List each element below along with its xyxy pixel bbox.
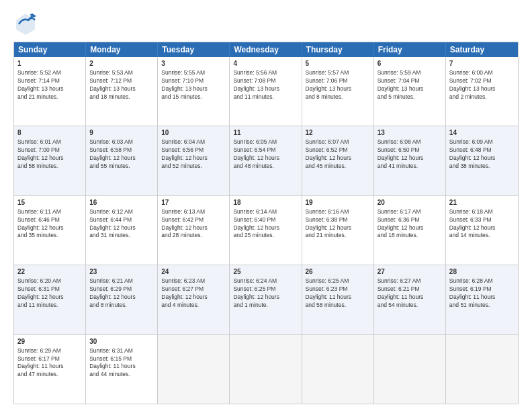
day-number: 18 <box>233 198 298 208</box>
cal-cell-15: 15Sunrise: 6:11 AMSunset: 6:46 PMDayligh… <box>14 196 86 265</box>
cal-cell-16: 16Sunrise: 6:12 AMSunset: 6:44 PMDayligh… <box>86 196 158 265</box>
day-info-line: and 11 minutes. <box>233 93 298 101</box>
header-cell-wednesday: Wednesday <box>230 42 302 57</box>
cal-row-1: 8Sunrise: 6:01 AMSunset: 7:00 PMDaylight… <box>14 126 518 195</box>
day-number: 19 <box>306 198 370 208</box>
day-info-line: Sunrise: 6:14 AM <box>233 208 298 216</box>
day-info-line: Sunset: 6:52 PM <box>306 146 370 154</box>
day-info-line: Sunset: 7:14 PM <box>17 77 82 85</box>
page: SundayMondayTuesdayWednesdayThursdayFrid… <box>0 0 532 411</box>
logo <box>13 11 40 35</box>
day-info-line: Sunrise: 6:04 AM <box>161 138 226 146</box>
header-cell-tuesday: Tuesday <box>158 42 230 57</box>
day-info-line: Sunset: 7:06 PM <box>306 77 370 85</box>
day-info-line: and 58 minutes. <box>17 163 82 171</box>
day-info-line: Sunrise: 5:55 AM <box>161 69 226 77</box>
day-info-line: Sunrise: 6:01 AM <box>17 138 82 146</box>
cal-cell-25: 25Sunrise: 6:24 AMSunset: 6:25 PMDayligh… <box>230 265 302 334</box>
day-info-line: Sunset: 6:56 PM <box>161 146 226 154</box>
cal-cell-22: 22Sunrise: 6:20 AMSunset: 6:31 PMDayligh… <box>14 265 86 334</box>
header-cell-thursday: Thursday <box>302 42 374 57</box>
day-info-line: Sunset: 7:00 PM <box>17 146 82 154</box>
day-info-line: Sunset: 7:08 PM <box>233 77 298 85</box>
day-info-line: Sunset: 7:12 PM <box>89 77 154 85</box>
cal-cell-4: 4Sunrise: 5:56 AMSunset: 7:08 PMDaylight… <box>230 57 302 126</box>
day-info-line: Sunset: 6:38 PM <box>306 216 370 224</box>
cal-cell-11: 11Sunrise: 6:05 AMSunset: 6:54 PMDayligh… <box>230 126 302 195</box>
cal-row-4: 29Sunrise: 6:29 AMSunset: 6:17 PMDayligh… <box>14 334 518 404</box>
day-info-line: Sunset: 6:48 PM <box>449 146 515 154</box>
day-info-line: and 45 minutes. <box>306 163 370 171</box>
cal-cell-24: 24Sunrise: 6:23 AMSunset: 6:27 PMDayligh… <box>158 265 230 334</box>
cal-cell-14: 14Sunrise: 6:09 AMSunset: 6:48 PMDayligh… <box>446 126 518 195</box>
day-info-line: Sunset: 6:19 PM <box>449 285 515 293</box>
day-info-line: Daylight: 12 hours <box>306 224 370 232</box>
header <box>13 11 519 35</box>
day-number: 20 <box>378 198 442 208</box>
cal-cell-30: 30Sunrise: 6:31 AMSunset: 6:15 PMDayligh… <box>86 335 158 404</box>
cal-cell-9: 9Sunrise: 6:03 AMSunset: 6:58 PMDaylight… <box>86 126 158 195</box>
day-info-line: and 4 minutes. <box>161 302 226 310</box>
calendar-header: SundayMondayTuesdayWednesdayThursdayFrid… <box>14 42 518 57</box>
cal-cell-8: 8Sunrise: 6:01 AMSunset: 7:00 PMDaylight… <box>14 126 86 195</box>
day-number: 3 <box>161 59 226 68</box>
header-cell-sunday: Sunday <box>14 42 86 57</box>
cal-cell-21: 21Sunrise: 6:18 AMSunset: 6:33 PMDayligh… <box>446 196 518 265</box>
day-number: 15 <box>17 198 82 208</box>
day-info-line: Sunrise: 6:31 AM <box>89 347 154 355</box>
day-info-line: Sunrise: 6:18 AM <box>449 208 515 216</box>
day-info-line: Daylight: 13 hours <box>449 85 515 93</box>
cal-cell-26: 26Sunrise: 6:25 AMSunset: 6:23 PMDayligh… <box>302 265 374 334</box>
cal-cell-empty-6 <box>446 335 518 404</box>
cal-cell-19: 19Sunrise: 6:16 AMSunset: 6:38 PMDayligh… <box>302 196 374 265</box>
day-info-line: and 38 minutes. <box>449 163 515 171</box>
day-info-line: Daylight: 12 hours <box>449 154 515 163</box>
day-info-line: Sunset: 6:46 PM <box>17 216 82 224</box>
day-info-line: and 25 minutes. <box>233 232 298 240</box>
day-info-line: Daylight: 12 hours <box>306 154 370 163</box>
day-info-line: Sunrise: 6:13 AM <box>161 208 226 216</box>
day-info-line: Sunrise: 6:08 AM <box>378 138 442 146</box>
day-info-line: and 18 minutes. <box>378 232 442 240</box>
day-info-line: Daylight: 11 hours <box>17 363 82 371</box>
day-info-line: and 2 minutes. <box>449 93 515 101</box>
day-info-line: Sunset: 7:10 PM <box>161 77 226 85</box>
cal-cell-5: 5Sunrise: 5:57 AMSunset: 7:06 PMDaylight… <box>302 57 374 126</box>
day-info-line: and 8 minutes. <box>306 93 370 101</box>
day-info-line: Daylight: 11 hours <box>449 293 515 302</box>
day-info-line: Daylight: 12 hours <box>17 293 82 302</box>
day-info-line: Sunrise: 6:25 AM <box>306 277 370 285</box>
day-info-line: Daylight: 12 hours <box>161 293 226 302</box>
day-info-line: Daylight: 12 hours <box>233 293 298 302</box>
day-number: 25 <box>233 267 298 277</box>
day-number: 16 <box>89 198 154 208</box>
day-number: 23 <box>89 267 154 277</box>
day-info-line: Sunrise: 5:59 AM <box>378 69 442 77</box>
day-number: 14 <box>449 128 515 138</box>
cal-cell-empty-2 <box>158 335 230 404</box>
day-info-line: Daylight: 11 hours <box>89 363 154 371</box>
day-info-line: Daylight: 13 hours <box>89 85 154 93</box>
day-info-line: Sunrise: 6:28 AM <box>449 277 515 285</box>
day-info-line: Daylight: 12 hours <box>449 224 515 232</box>
day-number: 2 <box>89 59 154 68</box>
cal-cell-17: 17Sunrise: 6:13 AMSunset: 6:42 PMDayligh… <box>158 196 230 265</box>
day-info-line: Sunrise: 5:56 AM <box>233 69 298 77</box>
day-info-line: Daylight: 13 hours <box>378 85 442 93</box>
day-number: 17 <box>161 198 226 208</box>
day-info-line: Sunrise: 5:52 AM <box>17 69 82 77</box>
day-number: 10 <box>161 128 226 138</box>
day-info-line: Daylight: 12 hours <box>17 224 82 232</box>
day-info-line: Daylight: 12 hours <box>378 154 442 163</box>
day-info-line: and 5 minutes. <box>378 93 442 101</box>
day-info-line: Sunset: 6:58 PM <box>89 146 154 154</box>
day-info-line: Sunrise: 6:24 AM <box>233 277 298 285</box>
day-info-line: Daylight: 12 hours <box>89 224 154 232</box>
day-number: 9 <box>89 128 154 138</box>
day-info-line: and 1 minute. <box>233 302 298 310</box>
day-info-line: and 28 minutes. <box>161 232 226 240</box>
day-info-line: Sunrise: 6:09 AM <box>449 138 515 146</box>
day-info-line: Sunset: 6:25 PM <box>233 285 298 293</box>
day-info-line: Sunset: 6:33 PM <box>449 216 515 224</box>
day-number: 24 <box>161 267 226 277</box>
